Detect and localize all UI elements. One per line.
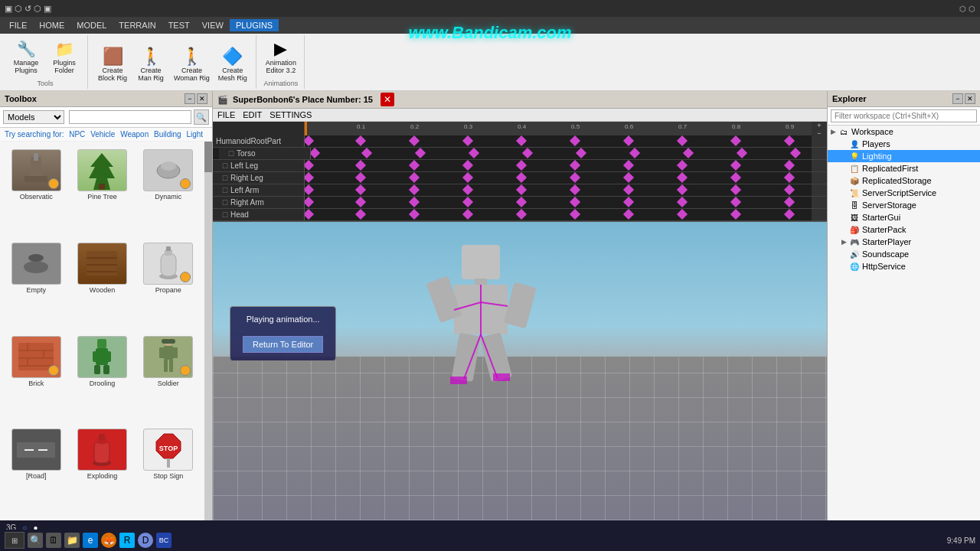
tool-soldier[interactable]: Soldier [137,333,200,423]
tkf-t-0[interactable] [311,148,320,158]
menu-file[interactable]: FILE [3,19,33,31]
menu-terrain[interactable]: TERRAIN [113,19,162,31]
anim-menu-settings[interactable]: SETTINGS [270,110,312,119]
plugins-folder-button[interactable]: 📁 PluginsFolder [46,37,83,77]
tkf-ll-6[interactable] [623,160,634,171]
toolbox-search-input[interactable] [69,110,191,124]
tkf-t-2[interactable] [415,148,426,158]
bandicam-icon[interactable]: BC [156,533,172,548]
tree-replicated-first[interactable]: 📋 ReplicatedFirst [828,162,980,174]
tool-exploding[interactable]: Exploding [70,425,133,516]
track-keys-left-leg[interactable] [305,160,812,171]
kf-6[interactable] [623,135,634,146]
manage-plugins-button[interactable]: 🔧 ManagePlugins [8,37,44,77]
track-keys-left-arm[interactable] [305,184,812,196]
kf-8[interactable] [730,135,741,146]
toolbox-search-button[interactable]: 🔍 [194,109,209,125]
playhead[interactable] [305,122,306,135]
start-button[interactable]: ⊞ [5,532,24,549]
tree-replicated-storage[interactable]: 📦 ReplicatedStorage [828,174,980,187]
toolbox-minimize[interactable]: − [185,93,195,104]
kf-7[interactable] [677,135,688,146]
tkf-ll-7[interactable] [677,160,688,171]
animation-editor-button[interactable]: ▶ AnimationEditor 3.2 [263,37,299,77]
tool-propane[interactable]: Propane [137,240,200,330]
tree-http-service[interactable]: 🌐 HttpService [828,260,980,272]
tool-empty[interactable]: Empty [5,240,67,330]
tkf-t-5[interactable] [576,148,586,158]
menu-plugins[interactable]: PLUGINS [230,19,279,31]
suggestion-light[interactable]: Light [186,130,203,139]
tkf-t-9[interactable] [790,148,801,158]
tkf-ll-8[interactable] [730,160,741,171]
tkf-t-8[interactable] [737,148,747,158]
return-to-editor-button[interactable]: Return To Editor [243,336,323,353]
create-mesh-rig-button[interactable]: 🔷 CreateMesh Rig [214,44,251,84]
kf-3[interactable] [462,135,473,146]
tkf-t-1[interactable] [361,148,372,158]
kf-9[interactable] [784,135,795,146]
tkf-t-4[interactable] [522,148,533,158]
tool-road[interactable]: [Road] [5,425,67,516]
anim-menu-file[interactable]: FILE [217,110,235,119]
suggestion-vehicle[interactable]: Vehicle [90,130,115,139]
edge-icon[interactable]: e [83,533,98,548]
tkf-ll-4[interactable] [516,160,527,171]
tkf-ll-2[interactable] [409,160,420,171]
menu-model[interactable]: MODEL [70,19,113,31]
track-checkbox-la[interactable]: ☐ [222,187,228,194]
create-man-rig-button[interactable]: 🚶 CreateMan Rig [132,44,169,84]
create-woman-rig-button[interactable]: 🚶 CreateWoman Rig [171,44,213,84]
tree-server-script-service[interactable]: 📜 ServerScriptService [828,187,980,199]
explorer-minimize[interactable]: − [952,93,963,104]
tool-drooling[interactable]: Drooling [70,333,133,423]
tkf-t-3[interactable] [469,148,479,158]
tree-players[interactable]: 👤 Players [828,138,980,150]
search-taskbar-icon[interactable]: 🔍 [28,533,43,548]
anim-editor-close[interactable]: ✕ [381,93,394,106]
discord-icon[interactable]: D [138,533,153,548]
create-block-rig-button[interactable]: 🟫 CreateBlock Rig [94,44,131,84]
track-checkbox-rl[interactable]: ☐ [222,174,228,182]
tree-soundscape[interactable]: 🔊 Soundscape [828,248,980,260]
track-keys-right-leg[interactable] [305,172,812,184]
toolbox-category-dropdown[interactable]: Models Decals Audio [3,110,64,124]
menu-test[interactable]: TEST [162,19,196,31]
kf-5[interactable] [570,135,580,146]
firefox-icon[interactable]: 🦊 [101,533,116,548]
tkf-ll-0[interactable] [305,160,314,171]
menu-view[interactable]: VIEW [196,19,230,31]
explorer-filter-input[interactable] [831,109,977,122]
toolbox-close[interactable]: ✕ [197,93,207,104]
explorer-close[interactable]: ✕ [965,93,975,104]
track-checkbox-ll[interactable]: ☐ [222,162,228,170]
track-checkbox-torso[interactable]: ☐ [228,150,234,158]
track-keys-humanoidrootpart[interactable] [305,135,812,147]
tree-lighting[interactable]: 💡 Lighting [828,150,980,162]
tree-starter-pack[interactable]: 🎒 StarterPack [828,223,980,236]
suggestion-weapon[interactable]: Weapon [120,130,149,139]
kf-0[interactable] [305,135,314,146]
tkf-ll-3[interactable] [462,160,473,171]
tree-starter-gui[interactable]: 🖼 StarterGui [828,211,980,223]
tkf-ll-9[interactable] [784,160,795,171]
tkf-t-6[interactable] [629,148,640,158]
kf-1[interactable] [355,135,366,146]
track-checkbox-head[interactable]: ☐ [222,211,228,219]
tkf-t-7[interactable] [683,148,694,158]
roblox-studio-icon[interactable]: R [119,533,135,548]
tool-observatic[interactable]: Observatic [5,146,67,236]
suggestion-npc[interactable]: NPC [69,130,85,139]
tree-workspace[interactable]: ▶ 🗂 Workspace [828,126,980,138]
suggestion-building[interactable]: Building [154,130,181,139]
tree-starter-player[interactable]: ▶ 🎮 StarterPlayer [828,236,980,248]
track-keys-head[interactable] [305,209,812,220]
tool-stop-sign[interactable]: STOP Stop Sign [137,425,200,516]
kf-2[interactable] [409,135,420,146]
kf-4[interactable] [516,135,527,146]
file-explorer-icon[interactable]: 📁 [64,533,80,548]
menu-home[interactable]: HOME [33,19,70,31]
track-keys-right-arm[interactable] [305,197,812,208]
anim-menu-edit[interactable]: EDIT [243,110,262,119]
task-view-icon[interactable]: 🗓 [46,533,61,548]
